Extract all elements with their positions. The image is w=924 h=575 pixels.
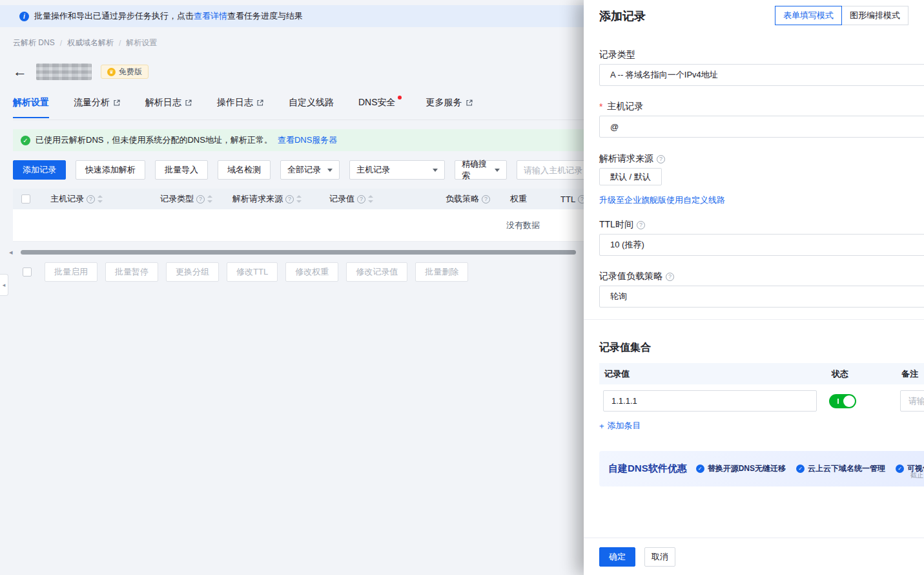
mode-toggle: 表单填写模式 图形编排模式 <box>775 6 909 25</box>
line-label: 解析请求来源 ? <box>599 153 665 165</box>
help-icon[interactable]: ? <box>657 155 665 163</box>
host-record-filter-value: 主机记录 <box>356 164 390 176</box>
help-icon[interactable]: ? <box>196 195 205 204</box>
tab-label: 自定义线路 <box>289 97 334 109</box>
horizontal-scrollbar-thumb[interactable] <box>21 250 576 255</box>
check-icon: ✓ <box>896 465 904 473</box>
tab-resolution-settings[interactable]: 解析设置 <box>13 97 49 118</box>
search-mode-select[interactable]: 精确搜索 <box>455 160 507 180</box>
add-record-button[interactable]: 添加记录 <box>13 160 66 180</box>
domain-header: ← ♛ 免费版 <box>13 63 149 80</box>
sort-icon[interactable] <box>98 195 103 203</box>
batch-delete-button[interactable]: 批量删除 <box>415 262 468 282</box>
tab-operation-logs[interactable]: 操作日志 <box>217 97 264 117</box>
free-plan-badge: ♛ 免费版 <box>101 65 149 79</box>
breadcrumb-item-authoritative[interactable]: 权威域名解析 <box>67 37 114 48</box>
notice-text-suffix: 查看任务进度与结果 <box>227 11 303 21</box>
ttl-select[interactable]: 10 (推荐) <box>599 234 924 256</box>
sort-icon[interactable] <box>296 195 302 203</box>
record-type-filter-select[interactable]: 全部记录 <box>280 160 340 180</box>
breadcrumb-separator: / <box>60 39 62 48</box>
line-label-text: 解析请求来源 <box>599 153 653 165</box>
record-type-filter-value: 全部记录 <box>287 164 321 176</box>
breadcrumb-separator: / <box>119 39 121 48</box>
notice-detail-link[interactable]: 查看详情 <box>194 11 227 21</box>
form-mode-button[interactable]: 表单填写模式 <box>775 6 842 25</box>
tab-label: 流量分析 <box>74 97 110 109</box>
modify-ttl-button[interactable]: 修改TTL <box>227 262 278 282</box>
host-record-input[interactable] <box>599 116 924 138</box>
add-record-drawer: 添加记录 表单填写模式 图形编排模式 记录类型 A -- 将域名指向一个IPv4… <box>584 0 924 575</box>
help-icon[interactable]: ? <box>482 195 490 204</box>
dns-status-text: 已使用云解析DNS，但未使用系统分配的DNS地址，解析正常。 <box>36 134 272 146</box>
notice-text: 批量操作和导出已通过异步任务执行，点击查看详情查看任务进度与结果 <box>34 10 303 22</box>
host-record-filter-select[interactable]: 主机记录 <box>349 160 445 180</box>
collapse-arrow-icon: ◂ <box>3 282 6 288</box>
batch-import-button[interactable]: 批量导入 <box>155 160 208 180</box>
add-entry-link[interactable]: + 添加条目 <box>599 420 641 432</box>
help-icon[interactable]: ? <box>637 221 645 229</box>
record-type-select[interactable]: A -- 将域名指向一个IPv4地址 <box>599 64 924 86</box>
record-remark-input[interactable] <box>900 390 924 412</box>
column-header-weight: 权重 <box>510 193 527 205</box>
modify-weight-button[interactable]: 修改权重 <box>285 262 338 282</box>
help-icon[interactable]: ? <box>666 273 674 281</box>
tab-resolution-logs[interactable]: 解析日志 <box>145 97 192 117</box>
tab-more-services[interactable]: 更多服务 <box>426 97 473 117</box>
graph-mode-button[interactable]: 图形编排模式 <box>841 6 909 25</box>
change-group-button[interactable]: 更换分组 <box>166 262 219 282</box>
promo-banner[interactable]: 自建DNS软件优惠 ✓ 替换开源DNS无缝迁移 ✓ 云上云下域名统一管理 ✓ 可… <box>599 451 924 486</box>
notice-text-prefix: 批量操作和导出已通过异步任务执行，点击 <box>34 11 194 21</box>
policy-value: 轮询 <box>610 291 627 302</box>
check-icon: ✓ <box>696 465 704 473</box>
record-value-input[interactable] <box>603 390 817 412</box>
record-set-col-remark: 备注 <box>901 368 918 380</box>
record-status-toggle[interactable] <box>829 394 856 408</box>
record-type-label: 记录类型 <box>599 49 635 61</box>
info-icon: i <box>19 12 29 21</box>
tab-custom-lines[interactable]: 自定义线路 <box>289 97 334 117</box>
line-default-chip[interactable]: 默认 / 默认 <box>599 168 662 185</box>
empty-text: 没有数据 <box>506 220 540 231</box>
external-link-icon <box>466 99 473 107</box>
promo-point: ✓ 云上云下域名统一管理 <box>796 463 885 474</box>
sort-icon[interactable] <box>207 195 212 203</box>
record-set-header: 记录值 状态 备注 <box>599 363 924 384</box>
chevron-down-icon <box>495 169 500 172</box>
check-icon: ✓ <box>796 465 805 473</box>
record-set-title: 记录值集合 <box>599 341 651 355</box>
ttl-value: 10 (推荐) <box>610 239 644 251</box>
sort-icon[interactable] <box>368 195 373 203</box>
policy-select[interactable]: 轮询 <box>599 286 924 308</box>
tab-label: 操作日志 <box>217 97 253 109</box>
help-icon[interactable]: ? <box>285 195 294 204</box>
view-dns-servers-link[interactable]: 查看DNS服务器 <box>278 134 337 146</box>
cancel-button[interactable]: 取消 <box>644 547 675 567</box>
help-icon[interactable]: ? <box>357 195 365 204</box>
back-arrow-icon[interactable]: ← <box>13 65 27 79</box>
column-header-policy: 负载策略 <box>446 193 479 205</box>
tab-traffic-analysis[interactable]: 流量分析 <box>74 97 121 117</box>
domain-check-button[interactable]: 域名检测 <box>218 160 271 180</box>
upgrade-custom-line-link[interactable]: 升级至企业旗舰版使用自定义线路 <box>599 194 725 206</box>
batch-pause-button[interactable]: 批量暂停 <box>105 262 158 282</box>
breadcrumb-item-dns[interactable]: 云解析 DNS <box>13 37 55 48</box>
quick-add-button[interactable]: 快速添加解析 <box>76 160 145 180</box>
panel-collapse-handle[interactable]: ◂ <box>0 274 8 296</box>
batch-enable-button[interactable]: 批量启用 <box>45 262 98 282</box>
confirm-button[interactable]: 确定 <box>599 547 635 567</box>
chevron-down-icon <box>327 169 333 172</box>
help-icon[interactable]: ? <box>87 195 95 204</box>
batch-select-checkbox[interactable] <box>23 267 32 277</box>
tab-dns-security[interactable]: DNS安全 <box>358 97 402 117</box>
record-type-label-text: 记录类型 <box>599 49 635 61</box>
drawer-footer: 确定 取消 <box>584 538 924 575</box>
record-type-value: A -- 将域名指向一个IPv4地址 <box>610 69 718 81</box>
host-record-label: * 主机记录 <box>599 101 643 112</box>
external-link-icon <box>185 99 192 107</box>
scroll-left-button[interactable]: ◂ <box>9 248 13 256</box>
select-all-checkbox[interactable] <box>21 194 30 204</box>
modify-value-button[interactable]: 修改记录值 <box>346 262 407 282</box>
column-header-host: 主机记录 <box>50 193 84 205</box>
promo-deadline-note: 截止 <box>910 471 923 480</box>
